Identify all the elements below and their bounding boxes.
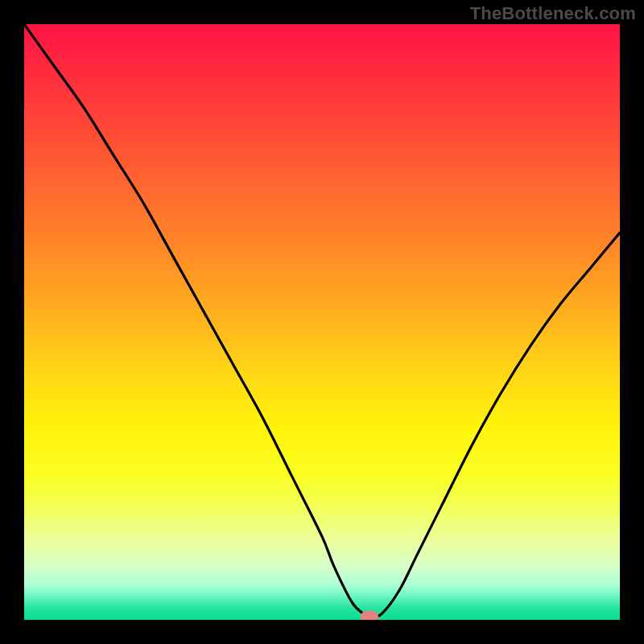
curve-svg [24,24,620,620]
bottleneck-curve [24,24,620,617]
watermark-text: TheBottleneck.com [470,3,636,24]
chart-frame: TheBottleneck.com [0,0,644,644]
plot-area [24,24,620,620]
optimal-point-marker [361,611,378,620]
